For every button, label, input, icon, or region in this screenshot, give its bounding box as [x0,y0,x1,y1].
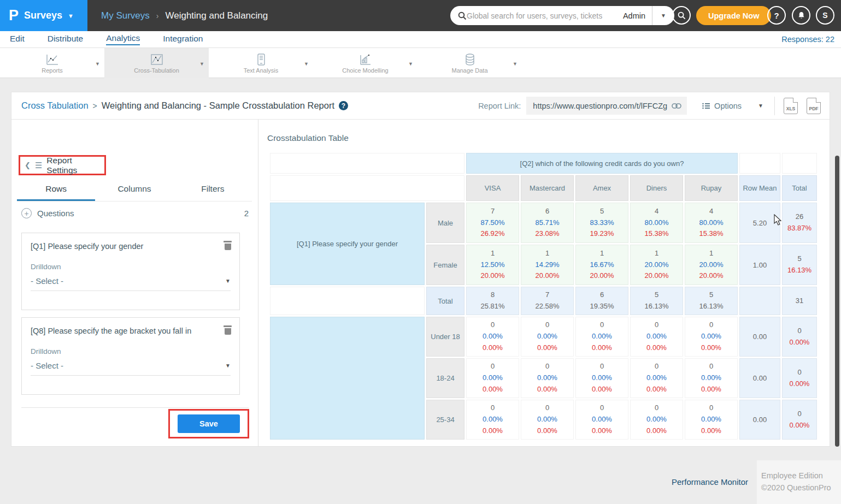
table-cell: 00.00%0.00% [521,317,574,357]
report-link-box[interactable]: https://www.questionpro.com/t/lFFCZg [526,97,687,115]
row-label: Female [426,245,464,285]
table-cell: 480.00%15.38% [685,203,738,243]
report-link-url[interactable]: https://www.questionpro.com/t/lFFCZg [533,102,667,110]
report-title: Weighting and Balancing - Sample Crossta… [102,100,334,111]
tool-label: Choice Modelling [342,67,388,74]
row-mean-cell [739,287,780,315]
copyright-line: ©2020 QuestionPro [761,482,836,494]
line-chart-icon [150,53,164,66]
delete-question-button[interactable] [224,327,232,336]
save-button[interactable]: Save [178,414,240,433]
report-link-label: Report Link: [478,102,521,110]
report-header: Cross Tabulation > Weighting and Balanci… [11,92,830,120]
surveys-menu[interactable]: P Surveys ▼ [0,0,87,31]
nav-distribute[interactable]: Distribute [48,34,83,45]
cross-tabulation-link[interactable]: Cross Tabulation [21,100,89,111]
search-scope-dropdown[interactable]: ▼ [652,13,674,19]
table-cell: 00.00%0.00% [630,400,683,440]
table-cell: 583.33%19.23% [575,203,628,243]
breadcrumb-my-surveys[interactable]: My Surveys [101,10,150,21]
chevron-down-icon[interactable]: ▼ [95,61,100,67]
nav-edit[interactable]: Edit [10,34,25,45]
nav-integration[interactable]: Integration [163,34,203,45]
row-mean-cell: 0.00 [739,400,780,440]
responses-count[interactable]: Responses: 22 [781,35,834,44]
line-chart-icon [45,53,60,66]
drilldown-select-value: - Select - [31,361,63,370]
tab-rows[interactable]: Rows [17,184,95,201]
vertical-scrollbar[interactable] [835,156,839,447]
tool-choice-modelling[interactable]: Choice Modelling ▼ [313,48,417,78]
table-cell [270,175,464,201]
upgrade-now-button[interactable]: Upgrade Now [696,6,771,25]
question-title: [Q8] Please specify the age bracket you … [31,327,216,335]
add-question-button[interactable]: + [21,208,32,218]
table-cell: 120.00%20.00% [630,245,683,285]
tool-manage-data[interactable]: Manage Data ▼ [417,48,522,78]
nav-analytics[interactable]: Analytics [106,33,140,45]
row-total-cell: 00.00% [782,358,817,398]
drilldown-label: Drilldown [31,263,231,271]
row-group-label: [Q1] Please specify your gender [270,203,425,285]
table-cell: 00.00%0.00% [466,317,519,357]
options-menu[interactable]: Options ▼ [702,102,763,110]
link-icon [672,103,681,109]
report-settings-toggle[interactable]: ❮ ☰ Report Settings [20,156,104,175]
table-row: Under 1800.00%0.00%00.00%0.00%00.00%0.00… [270,317,817,357]
tool-reports[interactable]: Reports ▼ [0,48,104,78]
help-button[interactable]: ? [767,6,786,25]
search-input[interactable] [467,11,616,20]
chevron-down-icon: ▼ [225,363,231,369]
total-header: Total [782,175,817,201]
annotation-box-report-settings: ❮ ☰ Report Settings [19,155,106,175]
column-header: Amex [575,175,628,201]
question-card-q1: [Q1] Please specify your gender Drilldow… [21,233,240,310]
search-submit-button[interactable] [672,6,691,25]
tool-text-analysis[interactable]: Text Analysis ▼ [209,48,313,78]
row-label: 18-24 [426,358,464,398]
drilldown-select-value: - Select - [31,276,63,286]
table-cell: 00.00%0.00% [685,317,738,357]
tool-cross-tabulation[interactable]: Cross-Tabulation ▼ [104,48,209,78]
chevron-down-icon[interactable]: ▼ [199,61,204,67]
delete-question-button[interactable] [224,242,232,251]
column-header: Diners [630,175,683,201]
avatar-initial: S [822,11,827,20]
annotation-box-save: Save [168,409,249,438]
table-cell: 619.35% [575,287,628,315]
notifications-button[interactable] [792,6,810,25]
breadcrumb-current: Weighting and Balancing [165,10,268,21]
tool-label: Text Analysis [244,67,279,74]
column-header: Rupay [685,175,738,201]
table-cell: 00.00%0.00% [575,358,628,398]
table-total-row: Total825.81%722.58%619.35%516.13%516.13%… [270,287,817,315]
row-total-cell: 516.13% [782,245,817,285]
chevron-down-icon[interactable]: ▼ [408,61,413,67]
chevron-down-icon[interactable]: ▼ [304,61,309,67]
drilldown-select[interactable]: - Select - ▼ [31,276,231,291]
report-card: Cross Tabulation > Weighting and Balanci… [11,92,830,447]
table-cell: 00.00%0.00% [630,317,683,357]
export-pdf-button[interactable]: PDF [807,98,821,114]
table-cell: 480.00%15.38% [630,203,683,243]
list-icon [702,103,710,109]
table-cell: 00.00%0.00% [685,400,738,440]
table-header-row: VISAMastercardAmexDinersRupayRow MeanTot… [270,175,817,201]
tab-filters[interactable]: Filters [174,184,252,201]
mouse-cursor [773,214,783,226]
top-bar: P Surveys ▼ My Surveys › Weighting and B… [0,0,841,31]
performance-monitor-link[interactable]: Performance Monitor [672,477,748,487]
tab-columns[interactable]: Columns [95,184,173,201]
text-doc-icon [254,53,268,66]
settings-tabs: Rows Columns Filters [17,184,252,201]
export-xls-button[interactable]: XLS [784,98,798,114]
row-total-cell: 31 [782,287,817,315]
table-cell: 722.58% [521,287,574,315]
crosstab-table-wrap: [Q2] which of the following credit cards… [268,151,823,442]
drilldown-select[interactable]: - Select - ▼ [31,361,231,376]
product-label: Surveys [24,10,62,21]
chevron-down-icon[interactable]: ▼ [513,61,517,67]
table-cell: 00.00%0.00% [685,358,738,398]
help-icon[interactable]: ? [339,101,348,110]
user-avatar[interactable]: S [816,6,834,25]
